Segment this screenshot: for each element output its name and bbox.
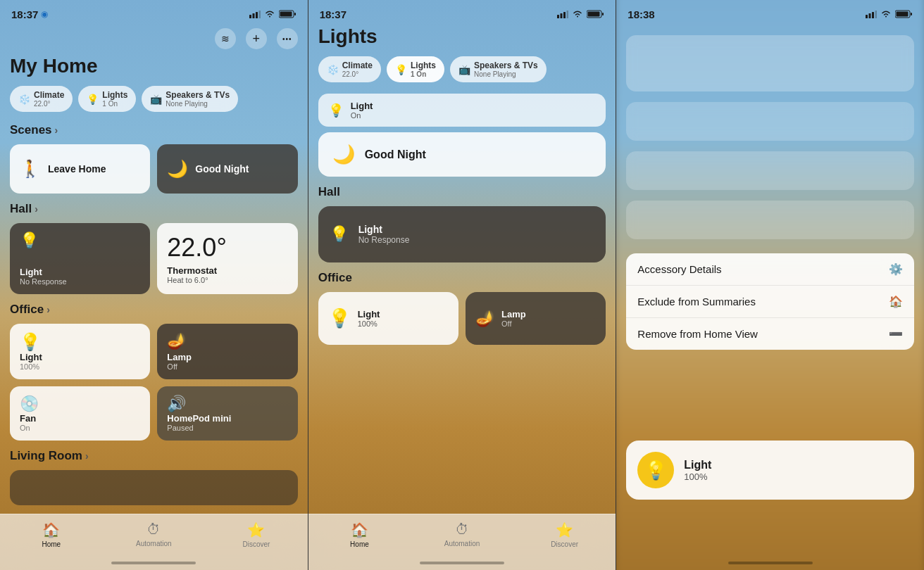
hall-light-sub-1: No Response <box>20 277 140 286</box>
category-pills-1: ❄️ Climate 22.0° 💡 Lights 1 On 📺 <box>10 86 298 112</box>
hall-light-sub-2: No Response <box>358 235 410 245</box>
remove-home-view-item[interactable]: Remove from Home View ➖ <box>626 318 914 350</box>
time-3: 18:38 <box>628 8 654 20</box>
accessory-details-item[interactable]: Accessory Details ⚙️ <box>626 253 914 286</box>
thermostat-sub-1: Heat to 6.0° <box>167 276 287 284</box>
exclude-summaries-item[interactable]: Exclude from Summaries 🏠 <box>626 286 914 318</box>
svg-rect-10 <box>567 11 569 18</box>
home-indicator-1 <box>111 562 196 564</box>
more-button[interactable]: ••• <box>277 28 298 49</box>
leave-home-label: Leave Home <box>48 163 106 175</box>
lights-sub-2: 1 On <box>411 70 436 78</box>
homepod-tile-1[interactable]: 🔊 HomePod mini Paused <box>157 386 297 441</box>
lights-icon-1: 💡 <box>87 94 99 105</box>
light-on-header[interactable]: 💡 Light On <box>318 94 606 127</box>
hall-header-1: Hall › <box>10 202 298 216</box>
svg-rect-8 <box>561 13 563 18</box>
tab-automation-icon-2: ⏱ <box>455 521 469 538</box>
lamp-off-2[interactable]: 🪔 Lamp Off <box>466 292 606 345</box>
lamp-tile-1[interactable]: 🪔 Lamp Off <box>157 324 297 379</box>
svg-rect-15 <box>869 13 871 18</box>
fan-sub-1: On <box>20 424 140 432</box>
ellipsis-icon: ••• <box>282 35 292 43</box>
battery-icon-2 <box>587 10 604 18</box>
climate-label-2: Climate <box>342 61 373 70</box>
svg-rect-9 <box>563 12 566 18</box>
climate-icon-2: ❄️ <box>327 64 339 75</box>
svg-rect-20 <box>911 13 912 15</box>
waveform-button[interactable]: ≋ <box>215 28 236 49</box>
office-light-icon-1: 💡 <box>20 332 140 352</box>
status-bar-1: 18:37 ◉ <box>0 0 308 25</box>
tab-automation-1[interactable]: ⏱ Automation <box>103 521 206 547</box>
tab-home-icon-2: 🏠 <box>351 521 368 538</box>
hall-light-tile-1[interactable]: 💡 Light No Response <box>10 223 150 294</box>
office-light-icon-2: 💡 <box>328 308 351 329</box>
leave-home-icon: 🚶 <box>20 159 41 179</box>
tab-automation-2[interactable]: ⏱ Automation <box>411 521 513 547</box>
good-night-tile-2[interactable]: 🌙 Good Night <box>318 132 606 177</box>
time-2: 18:37 <box>320 8 346 20</box>
thermostat-tile-1[interactable]: 22.0° Thermostat Heat to 6.0° <box>157 223 297 294</box>
add-button[interactable]: + <box>246 28 267 49</box>
pill-climate-2[interactable]: ❄️ Climate 22.0° <box>318 56 381 82</box>
scenes-chevron: › <box>55 125 58 136</box>
svg-rect-14 <box>866 15 868 18</box>
scene-leave-home[interactable]: 🚶 Leave Home <box>10 144 150 194</box>
lamp-sub-1: Off <box>167 362 287 371</box>
page-title-1: My Home <box>10 55 298 77</box>
selected-tile-icon: 💡 <box>644 460 667 481</box>
speakers-icon-2: 📺 <box>458 64 470 75</box>
svg-rect-7 <box>557 15 559 18</box>
thermostat-label-1: Thermostat <box>167 265 287 276</box>
lights-icon-2: 💡 <box>395 64 407 75</box>
climate-sub-1: 22.0° <box>34 100 64 108</box>
wifi-icon-3 <box>880 10 892 18</box>
selected-tile-icon-wrap: 💡 <box>637 452 674 488</box>
pill-speakers-2[interactable]: 📺 Speakers & TVs None Playing <box>450 56 547 82</box>
tab-discover-2[interactable]: ⭐ Discover <box>513 521 616 548</box>
remove-home-view-label: Remove from Home View <box>637 328 758 340</box>
signal-icon-1 <box>249 11 261 18</box>
hall-header-2: Hall <box>318 185 606 199</box>
tab-home-2[interactable]: 🏠 Home <box>308 521 411 548</box>
hall-light-label-2: Light <box>358 224 410 235</box>
status-icons-3 <box>866 10 913 18</box>
selected-light-tile[interactable]: 💡 Light 100% <box>626 441 914 500</box>
bg-card-mid3 <box>626 201 914 239</box>
svg-rect-3 <box>258 11 261 18</box>
pill-lights-1[interactable]: 💡 Lights 1 On <box>78 86 136 112</box>
climate-sub-2: 22.0° <box>342 70 373 78</box>
living-room-header-1: Living Room › <box>10 449 298 463</box>
status-icons-2 <box>557 10 604 18</box>
hall-light-tile-2[interactable]: 💡 Light No Response <box>318 206 606 262</box>
speakers-label-2: Speakers & TVs <box>474 61 538 70</box>
pill-climate-1[interactable]: ❄️ Climate 22.0° <box>10 86 73 112</box>
selected-tile-label: Light <box>684 459 711 471</box>
tab-home-1[interactable]: 🏠 Home <box>0 521 103 548</box>
header-actions: ≋ + ••• <box>10 25 298 55</box>
homepod-label-1: HomePod mini <box>167 413 287 424</box>
scenes-header: Scenes › <box>10 123 298 137</box>
lamp-label-2: Lamp <box>501 309 526 319</box>
tab-discover-1[interactable]: ⭐ Discover <box>205 521 308 548</box>
exclude-summaries-label: Exclude from Summaries <box>637 296 756 308</box>
homepod-icon-1: 🔊 <box>167 395 287 413</box>
scene-good-night-1[interactable]: 🌙 Good Night <box>157 144 297 194</box>
office-light-on-2[interactable]: 💡 Light 100% <box>318 292 458 345</box>
svg-rect-19 <box>897 12 909 17</box>
fan-label-1: Fan <box>20 413 140 424</box>
office-row-2: 💡 Light 100% 🪔 Lamp Off <box>318 292 606 345</box>
tab-automation-icon-1: ⏱ <box>146 521 161 538</box>
good-night-label-2: Good Night <box>365 148 426 161</box>
office-light-tile-1[interactable]: 💡 Light 100% <box>10 324 150 379</box>
scenes-row-1: 🚶 Leave Home 🌙 Good Night <box>10 144 298 194</box>
speakers-sub-2: None Playing <box>474 70 538 78</box>
office-chevron-1: › <box>46 304 50 315</box>
pill-lights-2[interactable]: 💡 Lights 1 On <box>387 56 444 82</box>
time-1: 18:37 <box>11 8 38 20</box>
pill-speakers-1[interactable]: 📺 Speakers & TVs None Playing <box>142 86 238 112</box>
light-on-header-icon: 💡 <box>328 103 344 118</box>
thermostat-temp-1: 22.0° <box>167 233 287 262</box>
fan-tile-1[interactable]: 💿 Fan On <box>10 386 150 441</box>
